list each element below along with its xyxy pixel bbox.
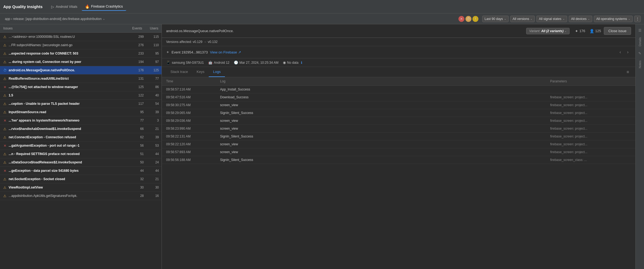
log-params: firebase_screen: project... [550, 134, 631, 138]
issue-users: 95 [145, 52, 159, 55]
sidebar-notes-label[interactable]: Notes [638, 59, 642, 69]
log-params [550, 88, 631, 91]
issue-row[interactable]: ⚠... during system call, Connection rese… [0, 58, 162, 66]
period-dropdown[interactable]: Last 90 days ⌄ [482, 16, 509, 22]
issue-row[interactable]: ⚠...appdistribution.ApkUtils.getSignatur… [0, 192, 162, 200]
issue-text: ...'her' appears in /system/framework/fr… [9, 119, 129, 122]
device-name-item: 📱 samsung SM-G973U1 [166, 60, 204, 65]
log-row: 09:58:22:131 AMSignIn_Silent_Successfire… [162, 133, 635, 140]
issue-row[interactable]: ⚠...FR subjectAltNames: [securelogin.sai… [0, 41, 162, 49]
issue-users: 44 [145, 152, 159, 156]
os-dropdown[interactable]: All operating systems ⌄ [594, 16, 633, 22]
issue-row[interactable]: ⚠RealBufferedSource.readUtf8LineStrict13… [0, 75, 162, 83]
issue-events: 51 [130, 152, 144, 156]
issues-list: ⚠...:<address> error:10000008b:SSL routi… [0, 33, 162, 269]
log-row: 09:58:47:516 AMDownload_Successfirebase_… [162, 93, 635, 101]
filter-warning-icon[interactable]: ! [472, 16, 478, 22]
tab-android-vitals-label: Android Vitals [56, 5, 77, 9]
issue-icon: ⚠ [3, 194, 7, 198]
android-vitals-icon: ▷ [51, 5, 54, 9]
issue-row[interactable]: ✕...geException - data parcel size 54168… [0, 167, 162, 175]
event-id: Event 192954...981373 [172, 50, 208, 54]
issue-events: 233 [130, 52, 144, 55]
prev-event-button[interactable]: ‹ [617, 49, 624, 55]
period-label: Last 90 days [485, 17, 503, 21]
issue-icon: ⚠ [3, 127, 7, 131]
issue-text: net.SocketException - Socket closed [9, 177, 129, 181]
more-options-btn[interactable]: ⋮ [634, 16, 641, 22]
user-stat: 👤 125 [590, 29, 601, 33]
app-title: App Quality Insights [3, 4, 43, 9]
filter-error-icon[interactable]: ✕ [458, 16, 464, 22]
breadcrumb-dropdown[interactable]: app › release: [app-distribution-android… [3, 16, 107, 22]
signal-states-label: All signal states [539, 17, 561, 21]
issue-row[interactable]: ⚠...sDataSource$loadReleases$2.invokeSus… [0, 158, 162, 167]
issue-row[interactable]: ⚠net.ConnectException - Connection refus… [0, 133, 162, 142]
issue-icon: ⚠ [3, 93, 7, 97]
phone-icon: 📱 [166, 60, 170, 65]
view-firebase-icon: ↗ [238, 50, 241, 54]
issue-text: RealBufferedSource.readUtf8LineStrict [9, 77, 129, 80]
issue-row[interactable]: ⚠...n - Required SETTINGS preface not re… [0, 150, 162, 158]
devices-label: All devices [571, 17, 587, 21]
issue-row[interactable]: ✕...'her' appears in /system/framework/f… [0, 116, 162, 125]
devices-chevron: ⌄ [588, 17, 590, 20]
sidebar-details-label[interactable]: Details [638, 36, 642, 48]
filter-logs-button[interactable]: ≡ [625, 69, 631, 75]
issue-events: 194 [130, 60, 144, 64]
issue-row[interactable]: ⚠...rvice$handleAabDownload$1.invokeSusp… [0, 125, 162, 133]
issue-users: 115 [145, 35, 159, 39]
tab-android-vitals[interactable]: ▷ Android Vitals [48, 3, 81, 11]
issue-events: 32 [130, 177, 144, 181]
next-event-button[interactable]: › [625, 49, 631, 55]
issue-events: 299 [130, 35, 144, 39]
user-count: 125 [595, 29, 601, 33]
logs-rows: 09:58:57:116 AMApp_Install_Success09:58:… [162, 86, 635, 164]
devices-dropdown[interactable]: All devices ⌄ [569, 16, 592, 22]
os-label: All operating systems [596, 17, 627, 21]
issue-users: 86 [145, 85, 159, 89]
log-name: screen_view [220, 119, 550, 123]
filter-anr-icon[interactable]: ⏱ [465, 16, 471, 22]
issue-row[interactable]: ⚠...expected response code for CONNECT: … [0, 49, 162, 58]
issue-row[interactable]: ✕...galArgumentException - port out of r… [0, 142, 162, 150]
col-issues-header: Issues [3, 26, 123, 30]
tab-keys[interactable]: Keys [192, 67, 209, 77]
issue-icon: ⚠ [3, 43, 7, 47]
tab-firebase-crashlytics[interactable]: 🔥 Firebase Crashlytics [82, 3, 126, 11]
versions-dropdown[interactable]: All versions ⌄ [510, 16, 535, 22]
log-params: firebase_screen_class: ... [550, 158, 631, 162]
issue-row[interactable]: ⏱android.os.MessageQueue.nativePollOnce.… [0, 66, 162, 75]
log-time: 09:56:56:188 AM [166, 158, 220, 162]
issue-text: ...@f3c754[] not attached to window mana… [9, 85, 129, 89]
view-firebase-link[interactable]: View on Firebase ↗ [210, 50, 241, 54]
tab-stack-trace[interactable]: Stack trace [166, 67, 192, 77]
sidebar-details-icon[interactable]: ☰ [636, 26, 644, 34]
issue-row[interactable]: ⚠1.512240 [0, 91, 162, 100]
log-row: 09:58:22:120 AMscreen_viewfirebase_scree… [162, 140, 635, 148]
log-name: Download_Success [220, 95, 550, 99]
breadcrumb-path: app › release: [app-distribution-android… [5, 17, 102, 21]
log-params: firebase_screen: project... [550, 111, 631, 115]
variant-dropdown[interactable]: Variant: All (2 variants) ⌄ [526, 28, 570, 34]
issues-table-header: Issues Events Users [0, 24, 162, 33]
log-name: screen_view [220, 142, 550, 146]
issue-icon: ⚠ [3, 185, 7, 190]
issue-text: 1.5 [9, 93, 129, 97]
android-version: Android 12 [214, 61, 229, 65]
issue-row[interactable]: ⚠...ception - Unable to parse TLS packet… [0, 100, 162, 108]
issue-row[interactable]: ⚠...:<address> error:10000008b:SSL routi… [0, 33, 162, 41]
close-issue-button[interactable]: Close issue [604, 27, 631, 35]
issue-row[interactable]: ⚠InputStreamSource.read9539 [0, 108, 162, 116]
log-time: 09:58:22:120 AM [166, 142, 220, 146]
issue-icon: ⚠ [3, 102, 7, 106]
col-time-header: Time [166, 79, 220, 83]
issue-row[interactable]: ✕...@f3c754[] not attached to window man… [0, 83, 162, 91]
issue-row[interactable]: ⚠ViewRootImpl.setView3030 [0, 183, 162, 192]
tab-logs[interactable]: Logs [209, 67, 225, 77]
detail-issue-name: android.os.MessageQueue.nativePollOnce. [166, 29, 523, 33]
signal-states-dropdown[interactable]: All signal states ⌄ [536, 16, 567, 22]
issue-row[interactable]: ⚠net.SocketException - Socket closed3221 [0, 175, 162, 183]
issue-text: ...expected response code for CONNECT: 5… [9, 52, 129, 55]
sidebar-notes-icon[interactable]: ✎ [636, 50, 644, 57]
